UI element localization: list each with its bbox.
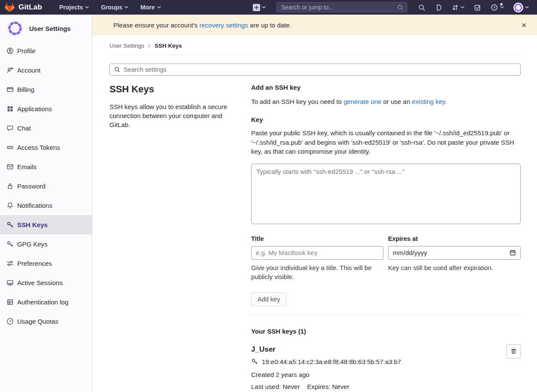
sidebar-item-label: Preferences bbox=[17, 260, 52, 267]
user-settings-avatar bbox=[6, 20, 24, 37]
settings-search[interactable] bbox=[109, 64, 521, 76]
divider bbox=[251, 315, 521, 316]
your-ssh-keys-heading: Your SSH keys (1) bbox=[251, 328, 521, 335]
alert-message: Please ensure your account's recovery se… bbox=[113, 21, 518, 29]
ssh-key-textarea[interactable] bbox=[251, 164, 521, 224]
ssh-keys-icon bbox=[6, 221, 14, 228]
gitlab-logo[interactable]: GitLab bbox=[4, 2, 42, 13]
access-tokens-icon bbox=[6, 144, 14, 151]
notification-dot bbox=[500, 3, 503, 6]
sidebar-item-notifications[interactable]: Notifications bbox=[0, 196, 92, 215]
notifications-icon bbox=[6, 202, 14, 209]
user-menu[interactable] bbox=[510, 0, 532, 15]
sidebar-item-emails[interactable]: Emails bbox=[0, 157, 92, 176]
title-input[interactable] bbox=[251, 246, 383, 260]
nav-projects[interactable]: Projects bbox=[53, 0, 95, 15]
sidebar-item-profile[interactable]: Profile bbox=[0, 41, 92, 61]
sidebar-item-label: Applications bbox=[17, 105, 52, 112]
chevron-down-icon bbox=[461, 6, 464, 9]
key-icon bbox=[251, 358, 258, 365]
sidebar-item-usage-quotas[interactable]: Usage Quotas bbox=[0, 312, 92, 331]
intro-text: To add an SSH key you need to bbox=[251, 98, 343, 105]
main-content: Please ensure your account's recovery se… bbox=[92, 15, 537, 392]
sidebar-item-gpg-keys[interactable]: GPG Keys bbox=[0, 234, 92, 254]
profile-icon bbox=[6, 47, 14, 55]
emails-icon bbox=[6, 163, 14, 170]
sidebar-item-active-sessions[interactable]: Active Sessions bbox=[0, 273, 92, 292]
sidebar-item-applications[interactable]: Applications bbox=[0, 99, 92, 119]
svg-text:?: ? bbox=[493, 5, 496, 10]
delete-key-button[interactable] bbox=[507, 344, 521, 359]
ssh-key-entry: J_User 19:e0:44:a5:14:c2:3a:e8:f8:48:8b:… bbox=[251, 345, 521, 390]
existing-key-link[interactable]: existing key bbox=[412, 98, 445, 105]
breadcrumb-user-settings[interactable]: User Settings bbox=[109, 43, 144, 49]
nav-groups[interactable]: Groups bbox=[95, 0, 134, 15]
sidebar-item-account[interactable]: Account bbox=[0, 61, 92, 80]
generate-one-link[interactable]: generate one bbox=[343, 98, 381, 105]
chevron-down-icon bbox=[124, 6, 128, 9]
close-icon: ✕ bbox=[521, 21, 527, 29]
chat-icon bbox=[6, 125, 14, 132]
nav-projects-label: Projects bbox=[59, 4, 83, 11]
sidebar-item-access-tokens[interactable]: Access Tokens bbox=[0, 138, 92, 157]
key-help-text: Paste your public SSH key, which is usua… bbox=[251, 128, 521, 156]
chevron-down-icon bbox=[262, 6, 266, 9]
sidebar-item-label: Account bbox=[17, 67, 40, 74]
add-key-button[interactable]: Add key bbox=[251, 292, 286, 306]
intro-text: . bbox=[445, 98, 447, 105]
nav-more[interactable]: More bbox=[134, 0, 167, 15]
title-label: Title bbox=[251, 235, 383, 242]
nav-more-label: More bbox=[140, 4, 155, 11]
expires-at-input[interactable] bbox=[388, 246, 521, 260]
fingerprint-value: 19:e0:44:a5:14:c2:3a:e8:f8:48:8b:63:5b:5… bbox=[262, 358, 401, 365]
preferences-icon bbox=[6, 260, 14, 267]
sidebar-item-label: GPG Keys bbox=[17, 240, 48, 248]
sidebar-item-label: Active Sessions bbox=[17, 279, 63, 286]
breadcrumb: User Settings SSH Keys bbox=[109, 43, 521, 49]
sidebar-item-label: Access Tokens bbox=[17, 144, 60, 151]
sidebar-item-billing[interactable]: Billing bbox=[0, 80, 92, 99]
chevron-down-icon bbox=[525, 6, 529, 9]
divider bbox=[109, 55, 521, 55]
expires-help-text: Key can still be used after expiration. bbox=[388, 263, 521, 272]
intro-text: or use an bbox=[382, 98, 412, 105]
search-icon bbox=[114, 67, 120, 73]
title-help-text: Give your individual key a title. This w… bbox=[251, 263, 383, 281]
alert-close-button[interactable]: ✕ bbox=[518, 20, 530, 30]
alert-text-after: are up to date. bbox=[248, 21, 291, 29]
sidebar-nav: Profile Account Billing Applications Cha… bbox=[0, 41, 92, 331]
todos-icon[interactable] bbox=[471, 0, 484, 15]
avatar bbox=[513, 3, 523, 12]
help-menu[interactable]: ? bbox=[488, 0, 507, 15]
key-expires: Expires: Never bbox=[307, 383, 349, 390]
account-icon bbox=[6, 67, 14, 74]
chevron-down-icon bbox=[157, 6, 161, 9]
section-intro: SSH Keys SSH keys allow you to establish… bbox=[109, 84, 240, 390]
key-usage: Last used: Never Expires: Never bbox=[251, 383, 499, 390]
sidebar-item-preferences[interactable]: Preferences bbox=[0, 254, 92, 273]
key-label: Key bbox=[251, 116, 521, 123]
chevron-right-icon bbox=[148, 44, 151, 48]
authentication-log-icon bbox=[6, 298, 14, 306]
global-search[interactable] bbox=[276, 2, 407, 12]
sidebar-item-ssh-keys[interactable]: SSH Keys bbox=[0, 215, 92, 234]
sidebar-item-chat[interactable]: Chat bbox=[0, 119, 92, 138]
sidebar-item-label: SSH Keys bbox=[17, 221, 48, 228]
new-menu-button[interactable] bbox=[250, 0, 269, 15]
sidebar-item-password[interactable]: Password bbox=[0, 176, 92, 196]
search-button[interactable] bbox=[415, 0, 428, 15]
global-search-input[interactable] bbox=[281, 4, 397, 11]
chevron-down-icon bbox=[500, 6, 504, 9]
issues-icon[interactable] bbox=[432, 0, 445, 15]
recovery-settings-link[interactable]: recovery settings bbox=[199, 21, 248, 29]
merge-requests-icon[interactable] bbox=[449, 0, 467, 15]
settings-search-input[interactable] bbox=[124, 66, 516, 73]
chevron-down-icon bbox=[85, 6, 89, 9]
sidebar-item-authentication-log[interactable]: Authentication log bbox=[0, 292, 92, 312]
breadcrumb-ssh-keys: SSH Keys bbox=[155, 43, 182, 49]
expires-field: Expires at Key can still be used after e… bbox=[388, 235, 521, 281]
sidebar-item-label: Profile bbox=[17, 47, 36, 55]
sidebar-header: User Settings bbox=[0, 15, 92, 41]
sidebar-item-label: Emails bbox=[17, 163, 36, 170]
fingerprint-row: 19:e0:44:a5:14:c2:3a:e8:f8:48:8b:63:5b:5… bbox=[251, 358, 499, 365]
